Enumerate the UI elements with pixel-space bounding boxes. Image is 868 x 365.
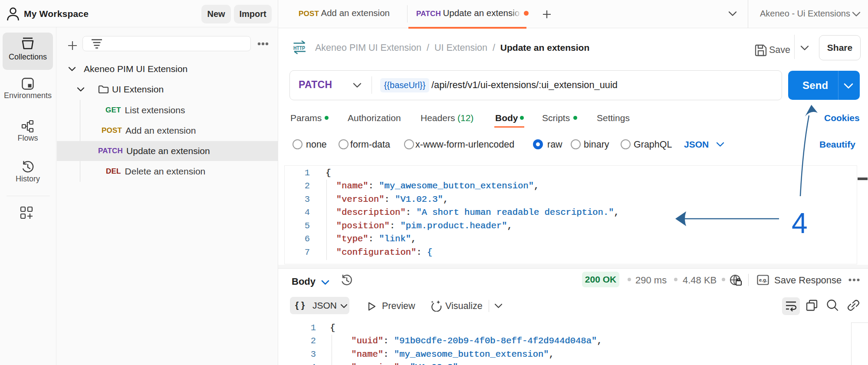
svg-text:e.g.: e.g. [759,277,767,283]
svg-text:HTTP: HTTP [293,45,305,51]
